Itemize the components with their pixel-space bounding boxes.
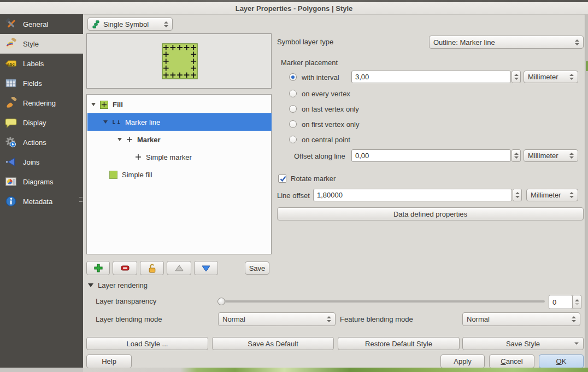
dialog-titlebar[interactable]: Layer Properties - Polygons | Style [0, 2, 588, 15]
ok-button[interactable]: OK [539, 354, 584, 368]
sidebar-item-rendering[interactable]: Rendering [0, 93, 83, 113]
line-offset-unit-value: Millimeter [531, 191, 561, 199]
rotate-marker-label: Rotate marker [291, 175, 336, 183]
data-defined-properties-button[interactable]: Data defined properties [277, 207, 584, 220]
sidebar-item-fields[interactable]: Fields [0, 73, 83, 93]
radio-label: on last vertex only [302, 105, 359, 113]
tree-item-simple-fill[interactable]: Simple fill [87, 166, 272, 183]
sidebar-item-label: Fields [23, 79, 42, 88]
symbol-layer-type-label: Symbol layer type [277, 38, 333, 47]
minus-icon [120, 263, 130, 273]
apply-label: Apply [454, 357, 472, 365]
sidebar-item-style[interactable]: Style [0, 34, 83, 54]
apply-button[interactable]: Apply [440, 354, 485, 368]
save-style-label: Save Style [506, 340, 540, 348]
tree-item-label: Simple marker [146, 153, 192, 161]
interval-spinner[interactable] [511, 71, 521, 83]
splitter-handle[interactable] [79, 197, 83, 202]
speech-bubble-icon [4, 116, 17, 129]
symbol-layer-type-combo[interactable]: Outline: Marker line [429, 36, 584, 49]
save-as-default-button[interactable]: Save As Default [212, 337, 334, 350]
expand-arrow-icon[interactable] [91, 103, 96, 106]
offset-spinner[interactable] [511, 149, 521, 162]
line-offset-unit-combo[interactable]: Millimeter [526, 189, 578, 201]
renderer-combo-value: Single Symbol [103, 20, 149, 28]
transparency-spinner[interactable] [572, 295, 581, 309]
layer-blending-mode-label: Layer blending mode [96, 315, 162, 324]
radio-on-last-vertex[interactable]: on last vertex only [289, 104, 359, 113]
sidebar-item-actions[interactable]: Actions [0, 132, 83, 152]
offset-unit-combo[interactable]: Millimeter [524, 149, 578, 162]
radio-on-central-point[interactable]: on central point [289, 135, 350, 144]
line-offset-spinner[interactable] [513, 189, 522, 201]
save-style-dropdown-button[interactable]: Save Style [462, 337, 584, 350]
combo-arrows-icon [566, 192, 574, 198]
radio-button[interactable] [289, 136, 297, 143]
save-symbol-button[interactable]: Save [245, 261, 269, 275]
symbol-layer-tree: Fill Marker line Marker Simple marker Si… [86, 94, 272, 254]
expand-arrow-icon[interactable] [117, 138, 122, 141]
rotate-marker-checkbox[interactable] [278, 175, 286, 183]
radio-button[interactable] [289, 120, 297, 128]
sidebar-item-display[interactable]: Display [0, 113, 83, 132]
move-down-button[interactable] [194, 261, 218, 275]
sidebar-item-labels[interactable]: abc Labels [0, 54, 83, 73]
layer-rendering-header[interactable]: Layer rendering [98, 281, 148, 290]
interval-input[interactable] [351, 71, 511, 83]
radio-with-interval[interactable]: with interval [289, 73, 339, 82]
tree-item-label: Marker line [125, 118, 160, 126]
sidebar-item-general[interactable]: General [0, 14, 83, 34]
feature-blending-mode-combo[interactable]: Normal [462, 312, 580, 326]
lock-color-button[interactable] [140, 261, 164, 275]
table-icon [4, 77, 17, 90]
move-up-button[interactable] [167, 261, 191, 275]
single-symbol-icon [92, 20, 100, 28]
interval-unit-combo[interactable]: Millimeter [524, 71, 578, 83]
sidebar-item-diagrams[interactable]: Diagrams [0, 172, 83, 191]
save-as-default-label: Save As Default [248, 340, 298, 348]
tree-item-label: Fill [113, 101, 123, 109]
line-offset-input[interactable] [313, 189, 512, 201]
radio-on-first-vertex[interactable]: on first vertex only [289, 120, 360, 129]
radio-button-selected[interactable] [289, 73, 297, 81]
offset-along-line-input[interactable] [351, 149, 511, 162]
tree-item-fill[interactable]: Fill [87, 96, 272, 113]
transparency-slider-handle[interactable] [217, 298, 225, 305]
sidebar-item-joins[interactable]: Joins [0, 152, 83, 172]
offset-unit-value: Millimeter [528, 152, 558, 160]
help-button[interactable]: Help [86, 354, 132, 368]
radio-button[interactable] [289, 90, 297, 97]
load-style-button[interactable]: Load Style ... [86, 337, 208, 350]
sidebar-item-label: Labels [23, 60, 44, 68]
tree-item-marker[interactable]: Marker [87, 131, 272, 148]
radio-button[interactable] [289, 105, 297, 113]
radio-label: on every vertex [302, 90, 350, 98]
cancel-button[interactable]: Cancel [489, 354, 534, 368]
tree-item-marker-line[interactable]: Marker line [87, 113, 272, 131]
collapse-arrow-icon[interactable] [88, 283, 93, 287]
radio-label: on first vertex only [302, 120, 360, 129]
paintbrush-icon [4, 37, 17, 50]
sidebar: General Style abc Labels Fields Rend [0, 14, 83, 368]
dropdown-arrow-icon [574, 342, 579, 345]
transparency-value-input[interactable] [549, 295, 573, 309]
down-triangle-icon [201, 263, 211, 273]
sidebar-item-metadata[interactable]: Metadata [0, 191, 83, 211]
sidebar-item-label: Rendering [23, 99, 56, 107]
remove-symbol-layer-button[interactable] [113, 261, 137, 275]
expand-arrow-icon[interactable] [103, 120, 108, 124]
transparency-slider-track[interactable] [218, 300, 545, 303]
tree-item-label: Marker [137, 136, 161, 144]
layer-blending-mode-combo[interactable]: Normal [218, 312, 336, 326]
plus-icon [93, 263, 103, 273]
tree-item-simple-marker[interactable]: Simple marker [87, 148, 272, 166]
pie-chart-icon [4, 175, 17, 188]
add-symbol-layer-button[interactable] [86, 261, 110, 275]
data-defined-label: Data defined properties [393, 210, 467, 218]
sidebar-item-label: Style [23, 40, 39, 48]
line-offset-label: Line offset [277, 191, 310, 200]
radio-on-every-vertex[interactable]: on every vertex [289, 89, 350, 98]
restore-default-style-button[interactable]: Restore Default Style [338, 337, 460, 350]
renderer-combo[interactable]: Single Symbol [87, 18, 173, 31]
combo-arrows-icon [572, 39, 579, 45]
